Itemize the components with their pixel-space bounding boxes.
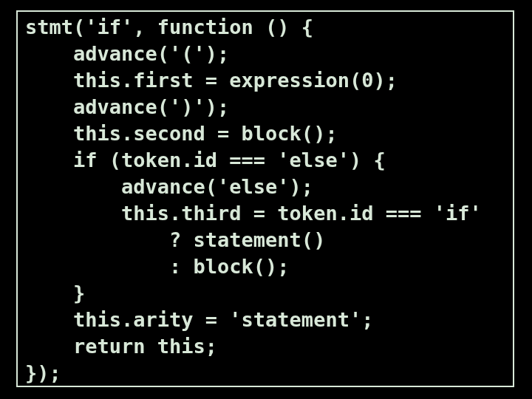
code-text: stmt('if', function () { advance('('); t… <box>25 16 482 384</box>
code-block: stmt('if', function () { advance('('); t… <box>25 15 505 387</box>
code-frame: stmt('if', function () { advance('('); t… <box>16 10 514 387</box>
